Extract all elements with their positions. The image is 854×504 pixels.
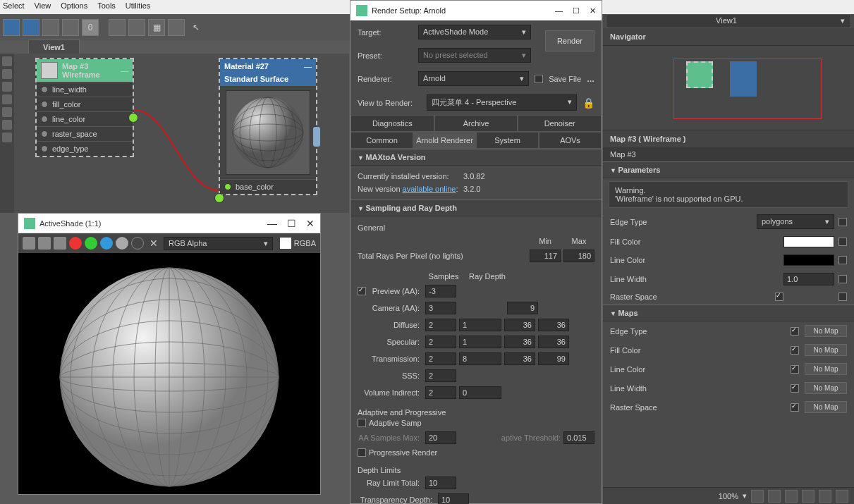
- maximize-icon[interactable]: ☐: [573, 6, 580, 16]
- edge-type-dropdown[interactable]: polygons▾: [757, 214, 834, 229]
- region-icon[interactable]: [785, 490, 798, 503]
- slot-checkbox[interactable]: [838, 293, 847, 301]
- map-button[interactable]: No Map: [805, 382, 847, 394]
- renderer-dropdown[interactable]: Arnold▾: [418, 71, 529, 86]
- raster-space-checkbox[interactable]: [775, 293, 783, 301]
- node-editor[interactable]: Map #3 Wireframe — line_width fill_color…: [0, 54, 349, 213]
- sss-samples[interactable]: 2: [425, 369, 456, 382]
- ray-limit-total[interactable]: 10: [425, 477, 456, 489]
- tool-pointer-icon[interactable]: ↖: [188, 19, 205, 36]
- line-width-input[interactable]: 1.0: [783, 273, 834, 285]
- available-online-link[interactable]: available online: [403, 185, 456, 193]
- diffuse-depth[interactable]: 1: [459, 319, 501, 331]
- tab-aovs[interactable]: AOVs: [539, 132, 602, 149]
- render-viewport[interactable]: [18, 253, 320, 494]
- fit-icon[interactable]: [802, 490, 815, 503]
- socket-in[interactable]: [41, 116, 48, 123]
- close-icon[interactable]: ✕: [590, 6, 596, 16]
- blue-channel-icon[interactable]: [100, 237, 113, 250]
- menu-utilities[interactable]: Utilities: [126, 1, 150, 13]
- preview-checkbox[interactable]: [358, 287, 366, 295]
- tab-arnold-renderer[interactable]: Arnold Renderer: [413, 132, 476, 149]
- minimize-icon[interactable]: —: [267, 218, 277, 229]
- slot-checkbox[interactable]: [838, 218, 847, 226]
- close-icon[interactable]: ✕: [306, 218, 315, 229]
- socket-in-connected[interactable]: [214, 193, 224, 203]
- map-button[interactable]: No Map: [805, 325, 847, 337]
- window-titlebar[interactable]: Render Setup: Arnold — ☐ ✕: [350, 1, 602, 20]
- socket-out[interactable]: [128, 113, 138, 123]
- menu-select[interactable]: Select: [3, 1, 25, 13]
- minimize-icon[interactable]: —: [121, 66, 128, 75]
- close-region-icon[interactable]: ✕: [150, 238, 158, 249]
- map-checkbox[interactable]: [791, 384, 799, 393]
- volume-depth[interactable]: 0: [459, 386, 501, 399]
- tab-diagnostics[interactable]: Diagnostics: [350, 115, 434, 132]
- target-dropdown[interactable]: ActiveShade Mode▾: [418, 25, 531, 39]
- tool-icon[interactable]: [42, 19, 59, 36]
- map-checkbox[interactable]: [791, 365, 799, 374]
- menu-options[interactable]: Options: [61, 1, 87, 13]
- zoom-icon[interactable]: [768, 490, 781, 503]
- map-button[interactable]: No Map: [805, 363, 847, 375]
- specular-samples[interactable]: 2: [425, 336, 456, 348]
- menu-tools[interactable]: Tools: [97, 1, 116, 13]
- slot-checkbox[interactable]: [838, 238, 847, 246]
- transmission-samples[interactable]: 2: [425, 352, 456, 365]
- tool-icon[interactable]: [168, 19, 185, 36]
- specular-depth[interactable]: 1: [459, 336, 501, 348]
- lock-icon[interactable]: 🔒: [582, 97, 594, 109]
- more-icon[interactable]: …: [587, 75, 594, 83]
- tool-icon[interactable]: [62, 19, 79, 36]
- pan-icon[interactable]: [751, 490, 764, 503]
- slot-checkbox[interactable]: [838, 256, 847, 264]
- socket-in[interactable]: [41, 145, 48, 152]
- tab-denoiser[interactable]: Denoiser: [518, 115, 602, 132]
- clone-icon[interactable]: [54, 237, 66, 250]
- preview-samples[interactable]: -3: [425, 285, 456, 297]
- tab-system[interactable]: System: [476, 132, 539, 149]
- transmission-depth[interactable]: 8: [459, 352, 501, 365]
- socket-in[interactable]: [224, 183, 231, 190]
- nodeview-tab[interactable]: View1: [28, 39, 80, 55]
- render-button[interactable]: Render: [545, 30, 594, 51]
- rollout-sampling[interactable]: Sampling and Ray Depth: [350, 199, 602, 216]
- tool-icon[interactable]: [836, 490, 848, 503]
- rollout-maxtoa-version[interactable]: MAXtoA Version: [350, 149, 602, 166]
- map-checkbox[interactable]: [791, 403, 799, 412]
- view-dropdown[interactable]: 四元菜单 4 - Perspective▾: [427, 94, 577, 111]
- navigator-pane[interactable]: [603, 46, 854, 130]
- tool-icon[interactable]: [819, 490, 831, 503]
- window-titlebar[interactable]: ActiveShade (1:1) — ☐ ✕: [18, 214, 320, 233]
- green-channel-icon[interactable]: [85, 237, 97, 250]
- map-button[interactable]: No Map: [805, 401, 847, 413]
- preset-dropdown[interactable]: No preset selected▾: [418, 48, 531, 63]
- volume-samples[interactable]: 2: [425, 386, 456, 399]
- socket-in[interactable]: [41, 101, 48, 108]
- slot-checkbox[interactable]: [838, 275, 847, 283]
- tool-grid-icon[interactable]: ▦: [148, 19, 165, 36]
- fill-color-swatch[interactable]: [783, 236, 834, 247]
- tool-material-icon[interactable]: [3, 19, 20, 36]
- map-checkbox[interactable]: [791, 327, 799, 336]
- alpha-channel-icon[interactable]: [116, 237, 128, 250]
- transparency-depth[interactable]: 10: [438, 493, 469, 504]
- menu-view[interactable]: View: [35, 1, 51, 13]
- tool-icon[interactable]: [109, 19, 126, 36]
- line-color-swatch[interactable]: [783, 254, 834, 266]
- tool-icon[interactable]: [128, 19, 145, 36]
- progressive-checkbox[interactable]: [358, 448, 366, 457]
- maximize-icon[interactable]: ☐: [287, 218, 296, 229]
- view-dropdown[interactable]: View1▾: [606, 14, 851, 28]
- red-channel-icon[interactable]: [69, 237, 82, 250]
- minimize-icon[interactable]: —: [304, 62, 312, 70]
- diffuse-samples[interactable]: 2: [425, 319, 456, 331]
- tab-common[interactable]: Common: [350, 132, 413, 149]
- camera-samples[interactable]: 3: [425, 302, 456, 314]
- savefile-checkbox[interactable]: [535, 75, 543, 83]
- socket-in[interactable]: [41, 86, 48, 93]
- rollout-maps[interactable]: Maps: [603, 305, 854, 321]
- tool-map-icon[interactable]: [23, 19, 39, 36]
- adaptive-checkbox[interactable]: [358, 419, 366, 427]
- node-standard-surface[interactable]: Material #27— Standard Surface base_colo…: [219, 58, 317, 195]
